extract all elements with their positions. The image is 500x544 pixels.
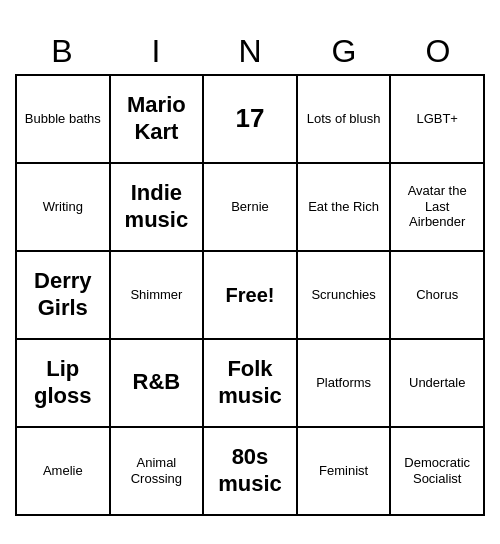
bingo-cell-3[interactable]: Lots of blush	[298, 76, 392, 164]
bingo-cell-21[interactable]: Animal Crossing	[111, 428, 205, 516]
bingo-cell-17[interactable]: Folk music	[204, 340, 298, 428]
bingo-header: B I N G O	[15, 29, 485, 74]
bingo-grid: Bubble bathsMario Kart17Lots of blushLGB…	[15, 74, 485, 516]
bingo-cell-12[interactable]: Free!	[204, 252, 298, 340]
bingo-card: B I N G O Bubble bathsMario Kart17Lots o…	[15, 29, 485, 516]
header-b: B	[15, 29, 109, 74]
header-n: N	[203, 29, 297, 74]
bingo-cell-8[interactable]: Eat the Rich	[298, 164, 392, 252]
bingo-cell-23[interactable]: Feminist	[298, 428, 392, 516]
bingo-cell-13[interactable]: Scrunchies	[298, 252, 392, 340]
bingo-cell-18[interactable]: Platforms	[298, 340, 392, 428]
bingo-cell-20[interactable]: Amelie	[17, 428, 111, 516]
bingo-cell-10[interactable]: Derry Girls	[17, 252, 111, 340]
bingo-cell-15[interactable]: Lip gloss	[17, 340, 111, 428]
bingo-cell-4[interactable]: LGBT+	[391, 76, 485, 164]
header-i: I	[109, 29, 203, 74]
bingo-cell-14[interactable]: Chorus	[391, 252, 485, 340]
bingo-cell-9[interactable]: Avatar the Last Airbender	[391, 164, 485, 252]
header-g: G	[297, 29, 391, 74]
bingo-cell-5[interactable]: Writing	[17, 164, 111, 252]
bingo-cell-22[interactable]: 80s music	[204, 428, 298, 516]
bingo-cell-6[interactable]: Indie music	[111, 164, 205, 252]
bingo-cell-0[interactable]: Bubble baths	[17, 76, 111, 164]
bingo-cell-1[interactable]: Mario Kart	[111, 76, 205, 164]
header-o: O	[391, 29, 485, 74]
bingo-cell-2[interactable]: 17	[204, 76, 298, 164]
bingo-cell-11[interactable]: Shimmer	[111, 252, 205, 340]
bingo-cell-19[interactable]: Undertale	[391, 340, 485, 428]
bingo-cell-24[interactable]: Democratic Socialist	[391, 428, 485, 516]
bingo-cell-16[interactable]: R&B	[111, 340, 205, 428]
bingo-cell-7[interactable]: Bernie	[204, 164, 298, 252]
